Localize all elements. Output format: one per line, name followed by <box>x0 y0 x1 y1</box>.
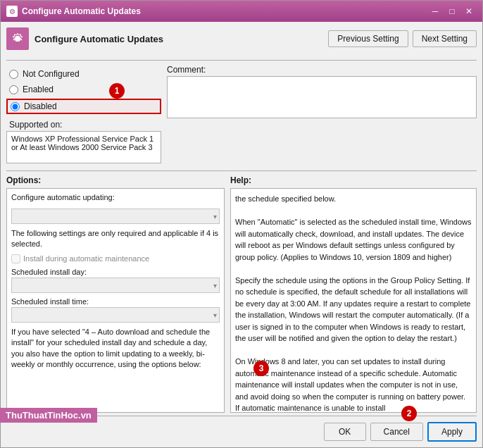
help-content[interactable]: the schedule specified below. When "Auto… <box>230 188 477 413</box>
install-checkbox-item: Install during automatic maintenance <box>11 254 220 263</box>
left-config-panel: Not Configured Enabled Disabled Supporte… <box>6 65 161 163</box>
help-text-1: the schedule specified below. <box>235 193 472 205</box>
configure-select <box>11 209 220 224</box>
header-divider <box>6 60 477 61</box>
radio-label-not-configured: Not Configured <box>23 69 80 79</box>
scheduled-time-wrapper <box>11 307 220 323</box>
install-checkbox-label: Install during automatic maintenance <box>23 254 149 263</box>
help-text-3: Specify the schedule using the options i… <box>235 275 472 344</box>
minimize-button[interactable]: ─ <box>427 4 443 18</box>
configure-label: Configure automatic updating: <box>11 193 220 201</box>
mid-divider <box>6 170 477 171</box>
options-content[interactable]: Configure automatic updating: The follow… <box>6 188 225 413</box>
supported-box[interactable]: Windows XP Professional Service Pack 1 o… <box>6 131 161 163</box>
comment-section: Comment: <box>167 65 477 118</box>
top-section: Not Configured Enabled Disabled Supporte… <box>6 65 477 163</box>
window-icon: ⚙ <box>6 6 18 17</box>
options-title: Options: <box>6 175 225 185</box>
ok-button[interactable]: OK <box>324 423 366 441</box>
supported-section: Supported on: Windows XP Professional Se… <box>6 120 161 163</box>
header-section: Configure Automatic Updates Previous Set… <box>6 27 477 50</box>
scheduled-time-group: Scheduled install time: <box>11 297 220 323</box>
options-panel: Options: Configure automatic updating: T… <box>6 175 225 413</box>
scheduled-day-label: Scheduled install day: <box>11 268 220 276</box>
main-window: ⚙ Configure Automatic Updates ─ □ ✕ Conf… <box>0 0 483 448</box>
options-help-wrapper: Options: Configure automatic updating: T… <box>6 175 477 413</box>
radio-input-not-configured[interactable] <box>9 70 18 79</box>
apply-button[interactable]: Apply <box>427 422 477 442</box>
scheduled-day-group: Scheduled install day: <box>11 268 220 293</box>
title-bar: ⚙ Configure Automatic Updates ─ □ ✕ <box>1 1 482 22</box>
help-panel: Help: the schedule specified below. When… <box>230 175 477 413</box>
title-bar-controls: ─ □ ✕ <box>427 4 477 18</box>
scheduled-time-label: Scheduled install time: <box>11 297 220 306</box>
supported-text: Windows XP Professional Service Pack 1 o… <box>11 135 153 151</box>
scheduled-day-wrapper <box>11 278 220 293</box>
comment-panel: Comment: <box>161 65 477 163</box>
header-icon <box>6 27 29 50</box>
radio-label-disabled: Disabled <box>24 101 57 111</box>
comment-label: Comment: <box>167 65 477 75</box>
radio-disabled[interactable]: Disabled <box>6 99 161 114</box>
watermark: ThuThuatTinHoc.vn <box>0 408 97 423</box>
maximize-button[interactable]: □ <box>444 4 460 18</box>
settings-icon <box>11 32 25 46</box>
header-buttons: Previous Setting Next Setting <box>328 30 477 47</box>
help-title: Help: <box>230 175 477 185</box>
radio-not-configured[interactable]: Not Configured <box>6 68 161 80</box>
content-area: Configure Automatic Updates Previous Set… <box>1 22 482 447</box>
radio-input-disabled[interactable] <box>11 102 20 111</box>
options-long-text: If you have selected "4 – Auto download … <box>11 327 220 371</box>
prev-setting-button[interactable]: Previous Setting <box>328 30 408 47</box>
window-title: Configure Automatic Updates <box>22 6 141 16</box>
next-setting-button[interactable]: Next Setting <box>413 30 477 47</box>
install-checkbox <box>11 254 20 263</box>
supported-label: Supported on: <box>6 120 161 130</box>
comment-textarea[interactable] <box>167 76 477 118</box>
scheduled-time-select <box>11 307 220 323</box>
radio-label-enabled: Enabled <box>23 85 54 94</box>
radio-group: Not Configured Enabled Disabled <box>6 65 161 117</box>
close-button[interactable]: ✕ <box>461 4 477 18</box>
options-note: The following settings are only required… <box>11 228 220 250</box>
cancel-button[interactable]: Cancel <box>370 423 423 441</box>
help-text-4: On Windows 8 and later, you can set upda… <box>235 356 472 413</box>
scheduled-day-select <box>11 278 220 293</box>
configure-select-wrapper <box>11 209 220 224</box>
radio-enabled[interactable]: Enabled <box>6 83 161 96</box>
radio-input-enabled[interactable] <box>9 85 18 94</box>
header-left: Configure Automatic Updates <box>6 27 163 50</box>
header-title: Configure Automatic Updates <box>34 34 163 44</box>
title-bar-left: ⚙ Configure Automatic Updates <box>6 6 141 17</box>
help-text-2: When "Automatic" is selected as the sche… <box>235 216 472 263</box>
